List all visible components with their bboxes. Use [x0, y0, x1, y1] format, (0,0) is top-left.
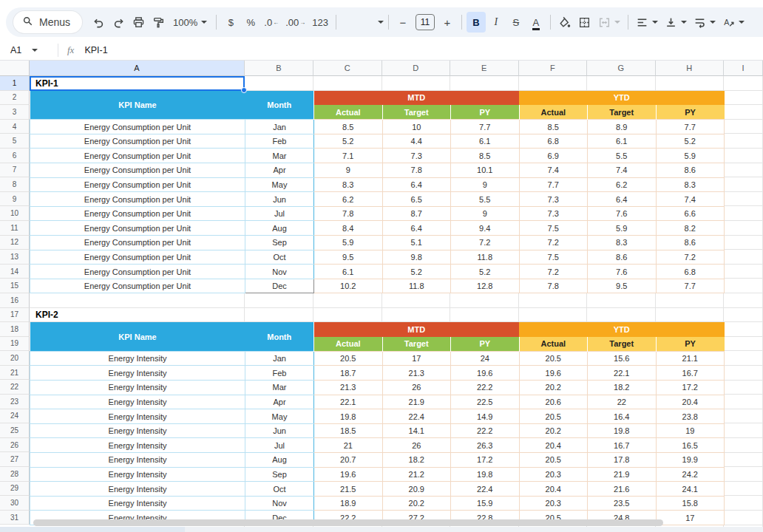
row-header-27[interactable]: 27 [0, 452, 30, 467]
cell-ytd-value[interactable]: 20.5 [519, 351, 588, 366]
cell-ytd-value[interactable]: 7.6 [588, 206, 657, 221]
row-header-28[interactable]: 28 [0, 467, 30, 482]
cell-mtd-value[interactable]: 7.8 [382, 163, 451, 178]
subheader-ytd-target[interactable]: Target [588, 105, 657, 120]
cell-ytd-value[interactable]: 20.6 [519, 395, 588, 409]
cell-mtd-value[interactable]: 14.1 [382, 423, 451, 438]
cell-kpi-name[interactable]: Energy Intensity [30, 438, 245, 453]
cell-month[interactable]: Jul [245, 438, 314, 453]
cell-month[interactable]: May [245, 177, 314, 192]
cell-ytd-value[interactable]: 20.4 [519, 438, 588, 453]
cell-kpi-name[interactable]: Energy Consumption per Unit [30, 279, 245, 293]
cell-mtd-value[interactable]: 26 [382, 438, 451, 453]
cell-mtd-value[interactable]: 6.1 [314, 265, 383, 279]
menus-button[interactable]: Menus [13, 11, 82, 33]
cell-ytd-value[interactable]: 22.1 [588, 366, 657, 381]
row-header-3[interactable]: 3 [0, 105, 30, 120]
subheader-mtd-actual[interactable]: Actual [314, 105, 383, 120]
cell-mtd-value[interactable]: 15.9 [451, 496, 520, 511]
cell-mtd-value[interactable]: 22.1 [314, 395, 383, 409]
cell-mtd-value[interactable]: 10 [382, 120, 451, 134]
cell-month[interactable]: Jun [245, 423, 314, 438]
cell-ytd-value[interactable]: 6.6 [656, 206, 725, 221]
cell-kpi-name[interactable]: Energy Intensity [30, 423, 245, 438]
cell-ytd-value[interactable]: 8.5 [519, 120, 588, 134]
column-header-C[interactable]: C [313, 61, 382, 76]
column-header-E[interactable]: E [450, 61, 519, 76]
cell-ytd-value[interactable]: 18.2 [588, 381, 657, 395]
horizontal-scrollbar[interactable] [33, 519, 663, 526]
cell-kpi-name[interactable]: Energy Intensity [30, 467, 245, 482]
fill-handle[interactable] [241, 87, 247, 93]
cell-kpi-name[interactable]: Energy Intensity [30, 351, 245, 366]
cell-mtd-value[interactable]: 20.9 [382, 482, 451, 497]
cell-ytd-value[interactable]: 7.8 [519, 279, 588, 293]
subheader-mtd-py[interactable]: PY [451, 337, 520, 352]
row-header-26[interactable]: 26 [0, 438, 30, 453]
cell-kpi-name[interactable]: Energy Consumption per Unit [30, 163, 245, 178]
cell-mtd-value[interactable]: 9 [451, 177, 520, 192]
row-header-10[interactable]: 10 [0, 206, 30, 221]
cell-mtd-value[interactable]: 21.3 [382, 366, 451, 381]
redo-button[interactable] [109, 12, 128, 33]
subheader-ytd-actual[interactable]: Actual [519, 105, 588, 120]
horizontal-align-button[interactable] [633, 12, 661, 33]
row-header-13[interactable]: 13 [0, 250, 30, 265]
name-box[interactable]: A1 [0, 45, 58, 55]
cell-ytd-value[interactable]: 23.8 [656, 409, 725, 424]
cell-ytd-value[interactable]: 15.8 [656, 496, 725, 511]
cell-ytd-value[interactable]: 22 [588, 395, 657, 409]
cell-mtd-value[interactable]: 21.9 [382, 395, 451, 409]
cell-month[interactable]: Feb [245, 366, 314, 381]
cell-mtd-value[interactable]: 11.8 [382, 279, 451, 293]
undo-button[interactable] [89, 12, 108, 33]
cell-ytd-value[interactable]: 20.3 [519, 467, 588, 482]
header-month[interactable]: Month [245, 91, 314, 120]
cell-ytd-value[interactable]: 20.2 [519, 423, 588, 438]
fill-color-button[interactable] [555, 12, 574, 33]
cell-mtd-value[interactable]: 10.2 [314, 279, 383, 293]
merge-cells-button[interactable] [595, 12, 623, 33]
cell-month[interactable]: Aug [245, 221, 314, 236]
cell-ytd-value[interactable]: 7.7 [519, 177, 588, 192]
cell-mtd-value[interactable]: 17.2 [451, 453, 520, 468]
cell-mtd-value[interactable]: 22.4 [451, 482, 520, 497]
cell-kpi-name[interactable]: Energy Consumption per Unit [30, 265, 245, 279]
number-format-button[interactable]: 123 [309, 12, 331, 33]
cell-kpi-name[interactable]: Energy Intensity [30, 409, 245, 424]
cell-mtd-value[interactable]: 6.4 [382, 221, 451, 236]
cell-mtd-value[interactable]: 6.4 [382, 177, 451, 192]
cell-mtd-value[interactable]: 8.4 [314, 221, 383, 236]
cell-ytd-value[interactable]: 6.8 [519, 134, 588, 149]
cell-month[interactable]: Nov [245, 496, 314, 511]
cell-ytd-value[interactable]: 19.8 [588, 423, 657, 438]
increase-decimal-button[interactable]: .00→ [282, 12, 308, 33]
cell-kpi-name[interactable]: Energy Consumption per Unit [30, 236, 245, 250]
kpi2-title-cell[interactable]: KPI-2 [33, 308, 58, 323]
row-header-17[interactable]: 17 [0, 308, 30, 323]
font-select[interactable] [341, 21, 384, 24]
cell-mtd-value[interactable]: 4.4 [382, 134, 451, 149]
row-header-11[interactable]: 11 [0, 221, 30, 236]
cell-kpi-name[interactable]: Energy Intensity [30, 482, 245, 497]
cell-mtd-value[interactable]: 5.1 [382, 236, 451, 250]
cell-ytd-value[interactable]: 20.2 [519, 381, 588, 395]
cell-ytd-value[interactable]: 17.2 [656, 381, 725, 395]
cell-mtd-value[interactable]: 9.8 [382, 250, 451, 265]
row-header-30[interactable]: 30 [0, 496, 30, 511]
cell-ytd-value[interactable]: 7.2 [519, 265, 588, 279]
cell-ytd-value[interactable]: 16.7 [588, 438, 657, 453]
cell-ytd-value[interactable]: 21.9 [588, 467, 657, 482]
cell-ytd-value[interactable]: 21.6 [588, 482, 657, 497]
cell-mtd-value[interactable]: 20.5 [314, 351, 383, 366]
cell-kpi-name[interactable]: Energy Intensity [30, 496, 245, 511]
cell-kpi-name[interactable]: Energy Consumption per Unit [30, 192, 245, 207]
column-header-F[interactable]: F [519, 61, 588, 76]
cell-mtd-value[interactable]: 9.4 [451, 221, 520, 236]
cell-month[interactable]: May [245, 409, 314, 424]
cell-kpi-name[interactable]: Energy Intensity [30, 453, 245, 468]
kpi1-title-cell[interactable]: KPI-1 [33, 76, 58, 91]
cell-mtd-value[interactable]: 6.2 [314, 192, 383, 207]
cell-ytd-value[interactable]: 8.6 [656, 163, 725, 178]
cell-ytd-value[interactable]: 8.2 [656, 221, 725, 236]
